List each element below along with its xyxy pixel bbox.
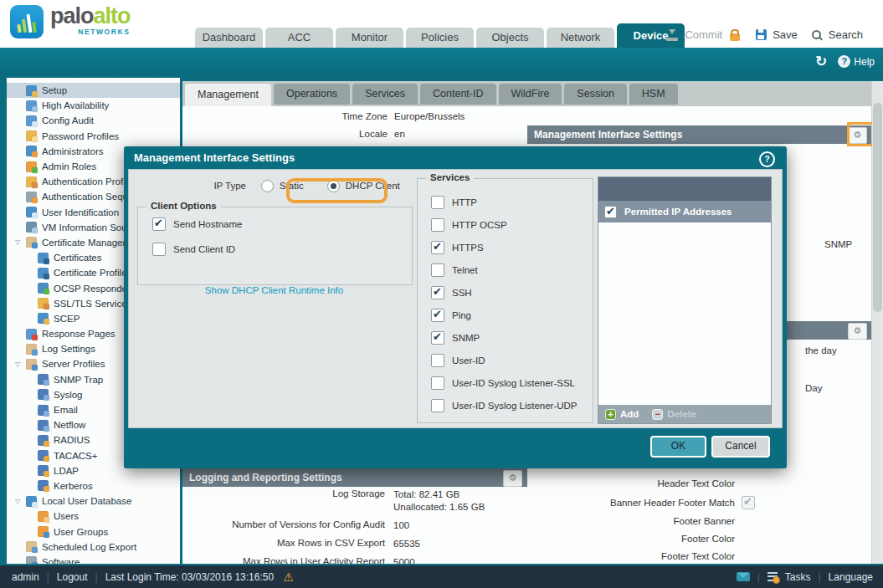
banner-header-footer-match-checkbox[interactable] [742, 496, 755, 509]
tab-network[interactable]: Network [547, 28, 614, 48]
users-icon [38, 511, 49, 522]
sidebar-item-label: Password Profiles [42, 131, 119, 141]
password-profiles-icon [26, 130, 37, 141]
table-body[interactable] [598, 222, 771, 405]
tab-monitor[interactable]: Monitor [336, 28, 403, 48]
dialog-help-icon[interactable]: ? [759, 151, 775, 167]
sidebar-item[interactable]: Local User Database [7, 493, 180, 509]
service-row[interactable]: Telnet [418, 258, 593, 281]
service-checkbox[interactable] [431, 286, 444, 299]
radius-icon [38, 435, 49, 446]
messages-icon[interactable] [737, 572, 750, 581]
service-row[interactable]: SSH [418, 281, 593, 304]
subtab-wildfire[interactable]: WildFire [499, 84, 562, 105]
vertical-scrollbar[interactable] [871, 81, 883, 564]
paloalto-logo[interactable]: paloalto NETWORKS [10, 5, 131, 38]
lock-icon[interactable] [730, 33, 740, 41]
subtab-session[interactable]: Session [564, 84, 626, 105]
service-row[interactable]: User-ID Syslog Listener-SSL [418, 371, 593, 394]
tree-expand-icon[interactable] [15, 238, 26, 246]
banner-panel-gear-icon[interactable]: ⚙ [848, 323, 867, 340]
ok-button[interactable]: OK [650, 436, 706, 458]
scep-icon [38, 313, 49, 324]
subtab-content-id[interactable]: Content-ID [420, 84, 495, 105]
send-client-id-row[interactable]: Send Client ID [152, 243, 235, 256]
tasks-button[interactable]: Tasks [785, 571, 811, 583]
delete-button[interactable]: − Delete [652, 409, 696, 420]
tree-expand-icon[interactable] [15, 498, 26, 505]
tab-policies[interactable]: Policies [406, 28, 474, 48]
footer-text-color-row: Footer Text Color [527, 551, 735, 561]
refresh-icon[interactable]: ↻ [815, 53, 827, 70]
logging-panel-gear-icon[interactable]: ⚙ [503, 470, 522, 487]
sidebar-item[interactable]: User Groups [7, 524, 180, 539]
service-checkbox[interactable] [431, 354, 444, 367]
scrollbar-thumb[interactable] [873, 103, 882, 312]
service-checkbox[interactable] [431, 376, 444, 390]
subtab-management[interactable]: Management [185, 84, 271, 106]
sidebar-item[interactable]: Setup [7, 83, 180, 98]
minus-icon: − [652, 409, 663, 420]
sidebar-item[interactable]: Password Profiles [7, 129, 180, 144]
commit-button[interactable]: Commit [685, 28, 722, 41]
service-checkbox[interactable] [431, 218, 444, 232]
static-radio[interactable] [261, 180, 274, 192]
subtab-services[interactable]: Services [352, 84, 418, 105]
sidebar-item-label: SCEP [54, 314, 80, 324]
subtab-hsm[interactable]: HSM [629, 84, 678, 105]
service-checkbox[interactable] [431, 331, 444, 345]
service-row[interactable]: Ping [418, 304, 593, 326]
language-button[interactable]: Language [829, 571, 873, 583]
server-profiles-icon [26, 359, 37, 370]
sidebar-item[interactable]: Users [7, 509, 180, 524]
ip-type-label: IP Type [129, 181, 246, 191]
paloalto-logo-text: paloalto NETWORKS [50, 5, 131, 36]
sidebar-item-label: Certificate Profile [54, 268, 127, 278]
sidebar-item[interactable]: Kerberos [7, 478, 180, 493]
sidebar-item-label: SNMP Trap [54, 375, 103, 385]
sidebar-item-label: Authentication Profile [42, 176, 133, 187]
sidebar-item[interactable]: Scheduled Log Export [7, 539, 180, 555]
service-label: HTTPS [452, 243, 484, 253]
service-checkbox[interactable] [431, 263, 444, 277]
service-row[interactable]: HTTP [418, 191, 593, 213]
send-hostname-checkbox[interactable] [152, 217, 166, 231]
service-label: User-ID [452, 355, 485, 366]
service-row[interactable]: User-ID Syslog Listener-UDP [418, 394, 593, 417]
setting-label: Max Rows in User Activity Report [182, 556, 385, 564]
gear-highlight-box [847, 122, 872, 146]
setting-value: 65535 [385, 538, 420, 550]
service-checkbox[interactable] [431, 309, 444, 322]
service-checkbox[interactable] [431, 196, 444, 209]
help-button[interactable]: ? Help [838, 55, 875, 68]
sidebar-item[interactable]: Software [7, 555, 180, 564]
subtab-operations[interactable]: Operations [274, 84, 350, 105]
save-button[interactable]: Save [773, 28, 798, 41]
tab-dashboard[interactable]: Dashboard [195, 28, 263, 48]
config-audit-icon [26, 115, 37, 126]
service-checkbox[interactable] [431, 241, 444, 254]
send-hostname-row[interactable]: Send Hostname [152, 217, 242, 231]
service-row[interactable]: SNMP [418, 326, 593, 349]
service-row[interactable]: HTTP OCSP [418, 213, 593, 236]
local-user-database-icon [26, 496, 37, 507]
send-client-id-checkbox[interactable] [152, 243, 166, 256]
tree-expand-icon[interactable] [15, 360, 26, 368]
select-all-checkbox[interactable] [604, 206, 617, 218]
add-button[interactable]: + Add [605, 409, 639, 420]
service-checkbox[interactable] [431, 399, 444, 412]
logout-link[interactable]: Logout [57, 571, 88, 583]
cancel-button[interactable]: Cancel [711, 436, 770, 458]
sidebar-item-label: Local User Database [42, 496, 131, 506]
general-setting-row: Time Zone Europe/Brussels [182, 111, 465, 121]
service-row[interactable]: HTTPS [418, 236, 593, 258]
warning-icon[interactable]: ⚠ [283, 570, 294, 584]
search-button[interactable]: Search [829, 28, 863, 41]
sidebar-item[interactable]: Config Audit [7, 113, 180, 128]
service-row[interactable]: User-ID [418, 349, 593, 371]
show-dhcp-runtime-link[interactable]: Show DHCP Client Runtime Info [137, 285, 411, 295]
sidebar-item[interactable]: High Availability [7, 98, 180, 113]
tab-acc[interactable]: ACC [265, 28, 333, 48]
client-options-group: Client Options Send Hostname Send Client… [137, 207, 413, 285]
tab-objects[interactable]: Objects [476, 28, 544, 48]
